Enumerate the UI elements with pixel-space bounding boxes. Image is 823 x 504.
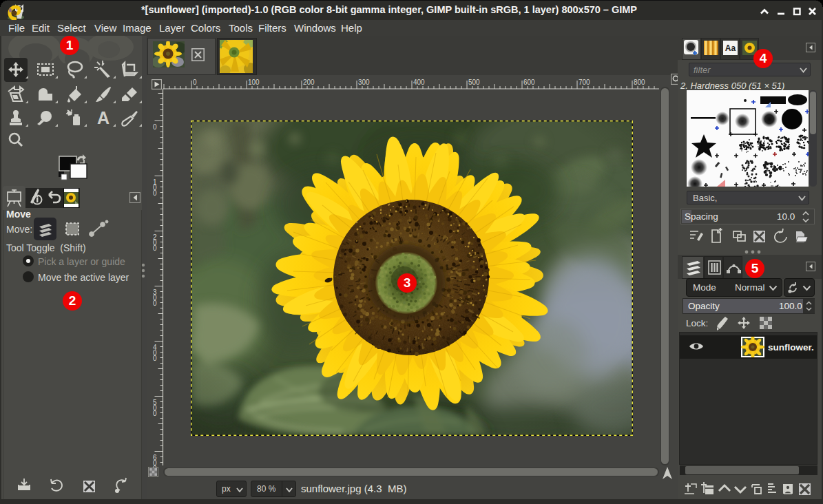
- svg-text:600: 600: [523, 78, 535, 86]
- svg-text:0: 0: [153, 410, 157, 417]
- svg-text:300: 300: [358, 78, 370, 86]
- svg-text:A: A: [97, 108, 110, 127]
- svg-text:0: 0: [153, 189, 157, 197]
- svg-text:0: 0: [153, 300, 157, 307]
- svg-text:800: 800: [634, 78, 645, 86]
- svg-text:Aa: Aa: [725, 43, 736, 53]
- svg-text:500: 500: [468, 78, 480, 86]
- svg-text:100: 100: [248, 78, 260, 86]
- svg-text:200: 200: [303, 78, 315, 86]
- svg-text:700: 700: [579, 78, 590, 86]
- svg-text:0: 0: [193, 78, 197, 86]
- svg-text:0: 0: [153, 123, 157, 131]
- svg-text:400: 400: [413, 78, 425, 86]
- svg-text:0: 0: [153, 355, 157, 362]
- svg-text:0: 0: [153, 244, 157, 252]
